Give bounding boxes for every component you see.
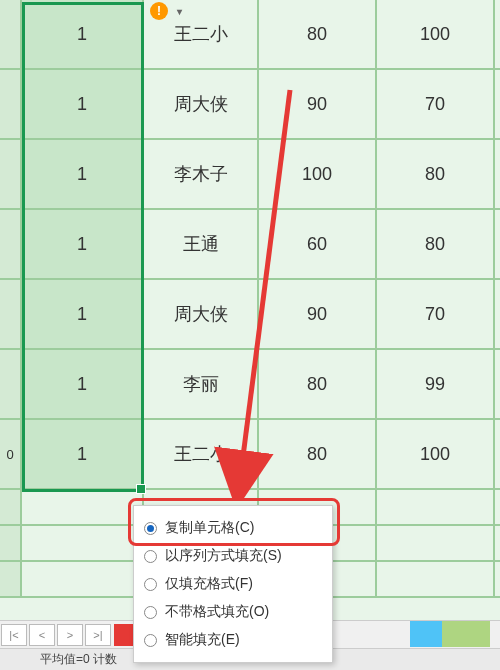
- nav-first-button[interactable]: |<: [1, 624, 27, 646]
- cell[interactable]: 90: [259, 70, 377, 138]
- table-row: 1王通6080: [0, 210, 500, 280]
- cell[interactable]: 70: [377, 70, 495, 138]
- row-header[interactable]: [0, 562, 22, 596]
- warning-icon[interactable]: !: [150, 2, 168, 20]
- cell[interactable]: 1: [22, 0, 144, 68]
- menu-label: 不带格式填充(O): [165, 603, 269, 621]
- table-row: 1李木子10080: [0, 140, 500, 210]
- menu-fill-format-only[interactable]: 仅填充格式(F): [140, 570, 326, 598]
- radio-icon: [144, 634, 157, 647]
- menu-fill-series[interactable]: 以序列方式填充(S): [140, 542, 326, 570]
- cell[interactable]: [377, 526, 495, 560]
- cell[interactable]: 1: [22, 140, 144, 208]
- row-header[interactable]: [0, 70, 22, 138]
- menu-fill-no-format[interactable]: 不带格式填充(O): [140, 598, 326, 626]
- cell[interactable]: [377, 562, 495, 596]
- row-header[interactable]: 0: [0, 420, 22, 488]
- cell[interactable]: 周大侠: [144, 280, 259, 348]
- table-row: 1周大侠9070: [0, 280, 500, 350]
- radio-icon: [144, 578, 157, 591]
- cell[interactable]: 100: [377, 420, 495, 488]
- cell[interactable]: 李丽: [144, 350, 259, 418]
- cell[interactable]: 1: [22, 70, 144, 138]
- row-header[interactable]: [0, 0, 22, 68]
- cell[interactable]: 80: [259, 0, 377, 68]
- radio-icon: [144, 550, 157, 563]
- cell[interactable]: 1: [22, 420, 144, 488]
- cell[interactable]: 60: [259, 210, 377, 278]
- table-row: 01王二小80100: [0, 420, 500, 490]
- cell[interactable]: 90: [259, 280, 377, 348]
- cell[interactable]: 99: [377, 350, 495, 418]
- radio-icon: [144, 606, 157, 619]
- menu-copy-cells[interactable]: 复制单元格(C): [140, 514, 326, 542]
- table-row: 1李丽8099: [0, 350, 500, 420]
- thumbnail-preview: [410, 621, 490, 647]
- cell[interactable]: 李木子: [144, 140, 259, 208]
- cell[interactable]: 80: [259, 350, 377, 418]
- cell[interactable]: [22, 490, 144, 524]
- radio-icon: [144, 522, 157, 535]
- cell[interactable]: [22, 562, 144, 596]
- cell[interactable]: 70: [377, 280, 495, 348]
- menu-label: 复制单元格(C): [165, 519, 254, 537]
- row-header[interactable]: [0, 526, 22, 560]
- row-header[interactable]: [0, 490, 22, 524]
- nav-next-button[interactable]: >: [57, 624, 83, 646]
- cell[interactable]: 1: [22, 280, 144, 348]
- cell[interactable]: [22, 526, 144, 560]
- cell[interactable]: 80: [377, 140, 495, 208]
- menu-label: 智能填充(E): [165, 631, 240, 649]
- nav-prev-button[interactable]: <: [29, 624, 55, 646]
- cell[interactable]: 1: [22, 210, 144, 278]
- menu-label: 以序列方式填充(S): [165, 547, 282, 565]
- row-header[interactable]: [0, 210, 22, 278]
- cell[interactable]: [377, 490, 495, 524]
- cell[interactable]: 王二小: [144, 420, 259, 488]
- row-header[interactable]: [0, 140, 22, 208]
- row-header[interactable]: [0, 350, 22, 418]
- autofill-options-menu: 复制单元格(C) 以序列方式填充(S) 仅填充格式(F) 不带格式填充(O) 智…: [133, 505, 333, 663]
- cell[interactable]: 100: [377, 0, 495, 68]
- cell[interactable]: 王通: [144, 210, 259, 278]
- menu-smart-fill[interactable]: 智能填充(E): [140, 626, 326, 654]
- cell[interactable]: 周大侠: [144, 70, 259, 138]
- menu-label: 仅填充格式(F): [165, 575, 253, 593]
- status-average: 平均值=0 计数: [40, 651, 117, 668]
- nav-last-button[interactable]: >|: [85, 624, 111, 646]
- cell[interactable]: 100: [259, 140, 377, 208]
- cell[interactable]: 1: [22, 350, 144, 418]
- row-header[interactable]: [0, 280, 22, 348]
- table-row: 1周大侠9070: [0, 70, 500, 140]
- table-row: 1王二小80100: [0, 0, 500, 70]
- cell[interactable]: 80: [259, 420, 377, 488]
- cell[interactable]: 80: [377, 210, 495, 278]
